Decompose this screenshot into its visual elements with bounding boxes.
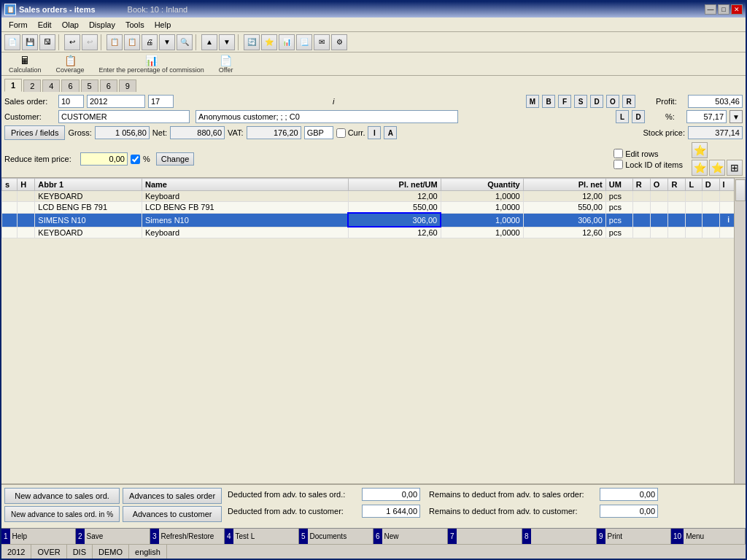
grid-button[interactable]: ⊞ — [727, 160, 743, 176]
tab-6a[interactable]: 6 — [61, 79, 79, 92]
curr-checkbox[interactable] — [336, 128, 346, 138]
i-btn[interactable]: I — [368, 126, 381, 139]
doc-button[interactable]: 📃 — [296, 34, 312, 50]
new-button[interactable]: 📄 — [4, 34, 20, 50]
new-advance-sales-button[interactable]: New advance to sales ord. — [4, 488, 120, 504]
maximize-button[interactable]: □ — [718, 4, 729, 15]
prices-fields-button[interactable]: Prices / fields — [4, 125, 65, 140]
commission-button[interactable]: 📊 Enter the percentage of commission — [95, 53, 209, 75]
save2-button[interactable]: 🖫 — [39, 34, 55, 50]
close-button[interactable]: ✕ — [731, 4, 743, 15]
tab-1[interactable]: 1 — [4, 79, 22, 92]
o-button[interactable]: O — [606, 95, 619, 108]
pct-down-button[interactable]: ▼ — [729, 110, 743, 123]
funcbar-item-6[interactable]: 6New — [374, 529, 448, 544]
anonymous-customer-field[interactable] — [196, 110, 458, 123]
menu-form[interactable]: Form — [4, 20, 32, 30]
mail-button[interactable]: ✉ — [314, 34, 330, 50]
edit-rows-checkbox[interactable] — [614, 149, 623, 158]
a-btn[interactable]: A — [384, 126, 397, 139]
col-d: D — [702, 179, 719, 191]
funcbar-num-2: 2 — [76, 529, 85, 544]
advances-sales-button[interactable]: Advances to sales order — [123, 488, 222, 504]
tab-5[interactable]: 5 — [81, 79, 98, 92]
s-button[interactable]: S — [574, 95, 587, 108]
status-lang: english — [129, 545, 167, 559]
vertical-scrollbar[interactable] — [734, 178, 746, 483]
funcbar-item-1[interactable]: 1Help — [1, 529, 76, 544]
funcbar-item-10[interactable]: 10Menu — [671, 529, 746, 544]
star3-button[interactable]: ⭐ — [709, 160, 725, 176]
f-button[interactable]: F — [558, 95, 571, 108]
lock-id-label[interactable]: Lock ID of items — [614, 160, 683, 169]
b-button[interactable]: B — [542, 95, 555, 108]
table-cell — [2, 202, 18, 214]
reduce-field[interactable] — [80, 152, 128, 166]
funcbar-item-3[interactable]: 3Refresh/Restore — [150, 529, 225, 544]
tab-6b[interactable]: 6 — [100, 79, 117, 92]
scrollbar-thumb[interactable] — [735, 179, 746, 201]
redo-button[interactable]: ↩ — [82, 34, 98, 50]
change-button[interactable]: Change — [156, 152, 195, 166]
funcbar-item-2[interactable]: 2Save — [76, 529, 150, 544]
paste-button[interactable]: 📋 — [124, 34, 140, 50]
down-button[interactable]: ▼ — [219, 34, 235, 50]
star2-button[interactable]: ⭐ — [692, 160, 708, 176]
d-button[interactable]: D — [590, 95, 603, 108]
tab-9[interactable]: 9 — [119, 79, 136, 92]
advances-customer-button[interactable]: Advances to customer — [123, 506, 222, 522]
reduce-checkbox[interactable] — [131, 155, 140, 164]
table-header-row: s H Abbr 1 Name Pl. net/UM Quantity Pl. … — [2, 179, 746, 191]
funcbar-item-8[interactable]: 8 — [522, 529, 597, 544]
star1-button[interactable]: ⭐ — [692, 142, 708, 158]
menu-help[interactable]: Help — [150, 20, 176, 30]
menu-olap[interactable]: Olap — [58, 20, 83, 30]
sales-order-field3[interactable] — [148, 95, 174, 108]
calculation-button[interactable]: 🖩 Calculation — [4, 53, 46, 75]
table-row[interactable]: LCD BENG FB 791LCD BENG FB 791550,001,00… — [2, 202, 746, 214]
tab-2[interactable]: 2 — [23, 79, 41, 92]
m-button[interactable]: M — [526, 95, 539, 108]
filter-button[interactable]: ▼ — [159, 34, 175, 50]
d2-button[interactable]: D — [632, 110, 645, 123]
menu-display[interactable]: Display — [85, 20, 120, 30]
table-row[interactable]: KEYBOARDKeyboard12,001,000012,00pcs — [2, 191, 746, 202]
l-button[interactable]: L — [616, 110, 629, 123]
curr-checkbox-label[interactable]: Curr. — [336, 128, 365, 138]
table-row[interactable]: KEYBOARDKeyboard12,601,000012,60pcs — [2, 227, 746, 238]
table-row[interactable]: SIMENS N10Simens N10306,001,0000306,00pc… — [2, 213, 746, 227]
offer-button[interactable]: 📄 Offer — [214, 53, 238, 75]
statusbar: 2012 OVER DIS DEMO english — [1, 544, 746, 559]
settings-button[interactable]: ⚙ — [331, 34, 347, 50]
sales-order-field1[interactable] — [58, 95, 84, 108]
save-button[interactable]: 💾 — [22, 34, 38, 50]
funcbar-item-9[interactable]: 9Print — [597, 529, 671, 544]
copy-button[interactable]: 📋 — [107, 34, 123, 50]
edit-rows-label[interactable]: Edit rows — [614, 149, 683, 158]
lock-id-checkbox[interactable] — [614, 160, 623, 169]
sales-order-field2[interactable] — [87, 95, 145, 108]
tab-4[interactable]: 4 — [42, 79, 60, 92]
funcbar-label-1: Help — [10, 531, 30, 542]
new-advance-sales-pct-button[interactable]: New advance to sales ord. in % — [4, 506, 120, 522]
sales-order-label: Sales order: — [4, 97, 55, 106]
coverage-button[interactable]: 📋 Coverage — [52, 53, 89, 75]
search-button[interactable]: 🔍 — [177, 34, 193, 50]
customer-field[interactable] — [58, 110, 190, 123]
table-wrapper[interactable]: s H Abbr 1 Name Pl. net/UM Quantity Pl. … — [1, 178, 746, 472]
info-icon[interactable]: i — [723, 214, 735, 226]
print-button[interactable]: 🖨 — [142, 34, 158, 50]
up-button[interactable]: ▲ — [201, 34, 217, 50]
calc-button[interactable]: 📊 — [279, 34, 295, 50]
funcbar-item-7[interactable]: 7 — [448, 529, 522, 544]
funcbar-item-4[interactable]: 4Test L — [225, 529, 299, 544]
star-button[interactable]: ⭐ — [261, 34, 277, 50]
r-button[interactable]: R — [622, 95, 635, 108]
table-cell: 12,60 — [348, 227, 441, 238]
menu-tools[interactable]: Tools — [121, 20, 149, 30]
refresh-button[interactable]: 🔄 — [244, 34, 260, 50]
minimize-button[interactable]: — — [705, 4, 716, 15]
menu-edit[interactable]: Edit — [34, 20, 56, 30]
undo-button[interactable]: ↩ — [64, 34, 80, 50]
funcbar-item-5[interactable]: 5Documents — [299, 529, 374, 544]
